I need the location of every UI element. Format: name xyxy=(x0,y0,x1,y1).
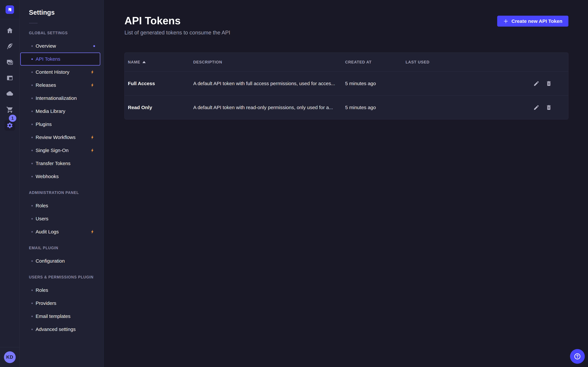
settings-notification-badge: 1 xyxy=(9,115,16,122)
sidebar-item-content-history[interactable]: Content History xyxy=(20,66,104,79)
page-header: API Tokens List of generated tokens to c… xyxy=(124,15,568,36)
sidebar-item-label: Review Workflows xyxy=(36,134,76,140)
trash-icon xyxy=(546,80,552,87)
sidebar-item-releases[interactable]: Releases xyxy=(20,79,104,92)
cloud-icon[interactable] xyxy=(0,86,19,102)
sidebar-item-label: Media Library xyxy=(36,108,65,114)
logo-section xyxy=(0,0,19,19)
token-created-at: 5 minutes ago xyxy=(345,105,406,110)
sidebar-item-internationalization[interactable]: Internationalization xyxy=(20,92,104,105)
token-description: A default API token with read-only permi… xyxy=(193,105,345,110)
sidebar-item-label: Content History xyxy=(36,69,69,75)
sidebar-item-single-sign-on[interactable]: Single Sign-On xyxy=(20,144,104,157)
lightning-icon xyxy=(90,135,95,140)
settings-icon[interactable]: 1 xyxy=(5,120,15,131)
lightning-icon xyxy=(90,148,95,153)
main-navigation-rail: 1 KD xyxy=(0,0,20,367)
sidebar-divider xyxy=(29,23,38,23)
strapi-logo-icon xyxy=(7,7,12,12)
section-email-plugin: EMAIL PLUGIN Configuration xyxy=(20,246,104,267)
strapi-admin-app: 1 KD Settings GLOBAL SETTINGS Overview A… xyxy=(0,0,588,367)
sidebar-item-label: Single Sign-On xyxy=(36,148,69,153)
table-row-read-only[interactable]: Read Only A default API token with read-… xyxy=(125,95,568,119)
sidebar-item-label: Releases xyxy=(36,82,56,88)
notification-dot-icon xyxy=(93,45,95,47)
media-library-icon[interactable] xyxy=(0,54,19,70)
sidebar-item-api-tokens[interactable]: API Tokens xyxy=(20,52,100,66)
sidebar-item-label: API Tokens xyxy=(36,56,60,62)
sidebar-item-label: Overview xyxy=(36,43,56,49)
lightning-icon xyxy=(90,70,95,75)
sidebar-item-admin-roles[interactable]: Roles xyxy=(20,199,104,212)
sidebar-item-advanced-settings[interactable]: Advanced settings xyxy=(20,323,104,336)
token-description: A default API token with full access per… xyxy=(193,81,345,86)
rail-icon-menu xyxy=(0,23,19,117)
sidebar-item-label: Transfer Tokens xyxy=(36,161,70,166)
sidebar-item-providers[interactable]: Providers xyxy=(20,297,104,310)
help-button[interactable] xyxy=(570,349,585,364)
lightning-icon xyxy=(90,229,95,234)
avatar[interactable]: KD xyxy=(4,351,16,363)
column-header-name[interactable]: Name xyxy=(128,60,193,64)
page-subtitle: List of generated tokens to consume the … xyxy=(124,30,230,36)
bullet-icon xyxy=(31,137,33,138)
sidebar-item-label: Roles xyxy=(36,287,48,293)
home-icon[interactable] xyxy=(0,23,19,38)
sidebar-item-label: Users xyxy=(36,216,48,222)
bullet-icon xyxy=(31,45,33,47)
sidebar-item-up-roles[interactable]: Roles xyxy=(20,284,104,297)
bullet-icon xyxy=(31,231,33,233)
rail-footer: KD xyxy=(0,347,19,367)
sidebar-item-audit-logs[interactable]: Audit Logs xyxy=(20,225,104,238)
section-users-permissions-plugin: USERS & PERMISSIONS PLUGIN Roles Provide… xyxy=(20,275,104,336)
sidebar-item-plugins[interactable]: Plugins xyxy=(20,118,104,131)
column-header-label: Last used xyxy=(406,60,430,64)
bullet-icon xyxy=(31,260,33,262)
page-header-text: API Tokens List of generated tokens to c… xyxy=(124,15,230,36)
sidebar-item-media-library[interactable]: Media Library xyxy=(20,105,104,118)
pencil-icon xyxy=(533,80,539,87)
bullet-icon xyxy=(31,98,33,99)
edit-token-button[interactable] xyxy=(533,80,539,87)
delete-token-button[interactable] xyxy=(546,104,552,111)
sidebar-item-label: Configuration xyxy=(36,258,65,264)
table-row-full-access[interactable]: Full Access A default API token with ful… xyxy=(125,72,568,95)
sidebar-item-label: Webhooks xyxy=(36,174,59,179)
sidebar-item-label: Email templates xyxy=(36,314,70,319)
bullet-icon xyxy=(31,303,33,304)
edit-token-button[interactable] xyxy=(533,104,539,111)
api-tokens-table: Name Description Created at Last used Fu… xyxy=(124,52,568,119)
sidebar-item-overview[interactable]: Overview xyxy=(20,40,104,52)
sidebar-item-transfer-tokens[interactable]: Transfer Tokens xyxy=(20,157,104,170)
sidebar-item-admin-users[interactable]: Users xyxy=(20,212,104,225)
sidebar-item-email-templates[interactable]: Email templates xyxy=(20,310,104,323)
sidebar-item-label: Audit Logs xyxy=(36,229,59,234)
sidebar-item-label: Roles xyxy=(36,203,48,209)
strapi-logo[interactable] xyxy=(6,5,14,14)
bullet-icon xyxy=(31,176,33,177)
sort-ascending-icon xyxy=(142,61,146,63)
column-header-label: Description xyxy=(193,60,222,64)
token-name: Full Access xyxy=(128,81,193,86)
lightning-icon xyxy=(90,83,95,88)
trash-icon xyxy=(546,104,552,111)
bullet-icon xyxy=(31,218,33,220)
plus-icon xyxy=(503,19,509,24)
bullet-icon xyxy=(31,124,33,125)
delete-token-button[interactable] xyxy=(546,80,552,87)
column-header-label: Created at xyxy=(345,60,372,64)
section-label: ADMINISTRATION PANEL xyxy=(29,191,104,195)
create-api-token-button[interactable]: Create new API Token xyxy=(497,16,568,27)
bullet-icon xyxy=(31,163,33,164)
sidebar-item-email-configuration[interactable]: Configuration xyxy=(20,254,104,267)
content-type-builder-icon[interactable] xyxy=(0,38,19,54)
column-header-description: Description xyxy=(193,60,345,64)
table-header-row: Name Description Created at Last used xyxy=(125,53,568,72)
marketplace-icon[interactable] xyxy=(0,102,19,117)
token-name: Read Only xyxy=(128,105,193,110)
sidebar-item-review-workflows[interactable]: Review Workflows xyxy=(20,131,104,144)
content-manager-icon[interactable] xyxy=(0,70,19,86)
bullet-icon xyxy=(31,111,33,112)
sidebar-item-webhooks[interactable]: Webhooks xyxy=(20,170,104,183)
question-mark-icon xyxy=(574,353,581,360)
